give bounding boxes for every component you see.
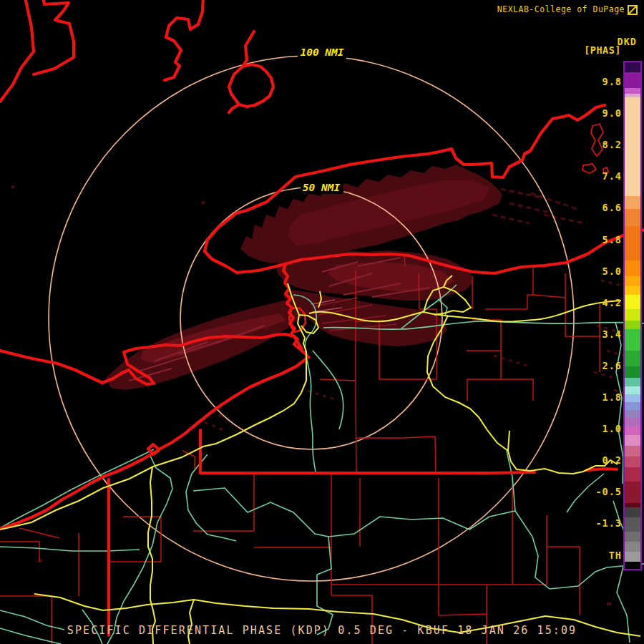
color-scale-segment [625,562,640,569]
color-scale-segment [625,97,640,196]
brand-title: NEXLAB-College of DuPage [497,4,625,14]
color-scale-tick-label: 8.2 [577,139,622,150]
color-scale-segment [625,62,640,72]
color-scale-segment [625,426,640,435]
color-scale-segment [625,209,640,226]
color-scale-tick-label: 2.6 [577,360,622,371]
ring-label-100nmi: 100 NMI [300,47,343,58]
color-scale-segment [625,378,640,386]
color-scale-segment [625,482,640,503]
color-scale-tick-label: -1.3 [577,517,622,529]
color-scale-segment [625,295,640,309]
color-scale-segment [625,286,640,295]
color-scale-segment [625,402,640,410]
color-scale-tick-label: TH [577,550,622,561]
color-scale-segment [625,532,640,542]
color-scale-segment [625,446,640,457]
color-scale-segment [625,418,640,426]
ring-label-50nmi: 50 NMI [303,182,341,193]
color-scale-segment [625,72,640,88]
color-scale-segment [625,88,640,94]
color-scale-segment [625,386,640,394]
color-scale-segment [625,329,640,351]
color-scale-segment [625,276,640,286]
color-scale-tick-label: 9.0 [577,107,622,119]
color-scale-segment [625,196,640,209]
color-scale-tick-label: -0.5 [577,486,622,497]
color-scale-segment [625,351,640,366]
status-bar-text: SPECIFIC DIFFERENTIAL PHASE (KDP) 0.5 DE… [0,624,644,637]
color-scale-bar [623,61,642,570]
color-scale-segment [625,309,640,321]
color-scale-tick-label: 1.0 [577,423,622,434]
color-scale-segment [625,260,640,276]
color-scale-tick-label: 5.8 [577,234,622,245]
checkbox-diagonal-icon [628,5,638,15]
color-scale-segment [625,552,640,562]
color-scale-segment [625,517,640,532]
color-scale-segment [625,410,640,418]
color-scale-segment [625,457,640,467]
radar-map-image[interactable]: 100 NMI 50 NMI [0,0,644,644]
color-scale-segment [625,542,640,552]
color-scale-tick-label: 6.6 [577,202,622,213]
color-scale-tick-label: 7.4 [577,170,622,182]
color-scale-segment [625,226,640,260]
product-units-label: [PHAS] [584,44,621,56]
radar-display: 100 NMI 50 NMI NEXLAB-College of DuPage … [0,0,644,644]
color-scale-segment [625,507,640,517]
color-scale-tick-label: 9.8 [577,76,622,87]
color-scale-tick-label: 5.0 [577,265,622,277]
color-scale-tick-label: 4.2 [577,297,622,308]
color-scale-segment [625,394,640,402]
color-scale-segment [625,467,640,482]
color-scale-segment [625,321,640,329]
color-scale-tick-label: 1.8 [577,391,622,403]
color-scale-tick-label: 3.4 [577,328,622,340]
color-scale-tick-label: 0.2 [577,454,622,466]
color-scale-segment [625,435,640,446]
color-scale-segment [625,366,640,378]
